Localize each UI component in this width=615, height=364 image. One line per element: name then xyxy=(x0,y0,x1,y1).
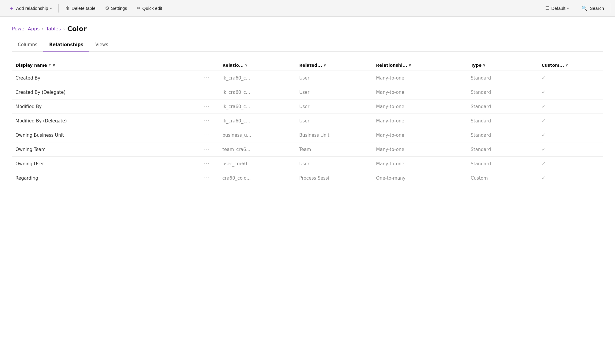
td-related: Team xyxy=(296,142,373,157)
td-relatio: lk_cra60_c... xyxy=(219,85,296,99)
td-relationshi: One-to-many xyxy=(373,171,467,185)
th-relationshi-label: Relationshi... xyxy=(376,63,407,68)
td-dots[interactable]: ··· xyxy=(201,128,219,142)
sort-up-icon: ↑ xyxy=(48,63,51,67)
td-display-name: Created By xyxy=(12,71,201,85)
table-row[interactable]: Owning Business Unit ··· business_u... B… xyxy=(12,128,603,142)
add-relationship-button[interactable]: ＋ Add relationship ▾ xyxy=(5,2,56,14)
td-dots[interactable]: ··· xyxy=(201,171,219,185)
td-type: Custom xyxy=(467,171,538,185)
delete-table-label: Delete table xyxy=(72,6,96,11)
td-relatio: lk_cra60_c... xyxy=(219,99,296,114)
quick-edit-label: Quick edit xyxy=(142,6,162,11)
td-type: Standard xyxy=(467,71,538,85)
th-relatio-sort: ∨ xyxy=(245,63,248,67)
menu-icon: ☰ xyxy=(545,5,549,11)
table-row[interactable]: Created By ··· lk_cra60_c... User Many-t… xyxy=(12,71,603,85)
th-relationshi-sort: ∨ xyxy=(408,63,411,67)
th-custom[interactable]: Custom... ∨ xyxy=(538,60,603,71)
breadcrumb-area: Power Apps › Tables › Color xyxy=(0,17,615,32)
tab-columns[interactable]: Columns xyxy=(12,38,43,52)
td-related: User xyxy=(296,71,373,85)
td-dots[interactable]: ··· xyxy=(201,85,219,99)
td-type: Standard xyxy=(467,128,538,142)
breadcrumb-power-apps[interactable]: Power Apps xyxy=(12,26,40,32)
tabs: Columns Relationships Views xyxy=(12,38,603,52)
td-dots[interactable]: ··· xyxy=(201,142,219,157)
td-custom: ✓ xyxy=(538,71,603,85)
table-row[interactable]: Owning Team ··· team_cra6... Team Many-t… xyxy=(12,142,603,157)
td-custom: ✓ xyxy=(538,157,603,171)
table-row[interactable]: Modified By (Delegate) ··· lk_cra60_c...… xyxy=(12,114,603,128)
table-area: Display name ↑ ∨ Relatio... ∨ Related... xyxy=(0,52,615,194)
td-related: Business Unit xyxy=(296,128,373,142)
td-relationshi: Many-to-one xyxy=(373,157,467,171)
td-related: User xyxy=(296,99,373,114)
td-display-name: Owning Business Unit xyxy=(12,128,201,142)
th-type[interactable]: Type ∨ xyxy=(467,60,538,71)
td-type: Standard xyxy=(467,142,538,157)
search-button[interactable]: 🔍 Search xyxy=(575,3,610,13)
breadcrumb: Power Apps › Tables › Color xyxy=(12,25,603,32)
toolbar-right: ☰ Default ▾ 🔍 Search xyxy=(541,3,610,13)
td-display-name: Modified By (Delegate) xyxy=(12,114,201,128)
td-custom: ✓ xyxy=(538,142,603,157)
td-display-name: Regarding xyxy=(12,171,201,185)
table-row[interactable]: Regarding ··· cra60_colo... Process Sess… xyxy=(12,171,603,185)
td-relatio: lk_cra60_c... xyxy=(219,71,296,85)
th-dots xyxy=(201,60,219,71)
td-custom: ✓ xyxy=(538,171,603,185)
settings-label: Settings xyxy=(111,6,127,11)
td-dots[interactable]: ··· xyxy=(201,71,219,85)
td-related: Process Sessi xyxy=(296,171,373,185)
search-label: Search xyxy=(590,6,604,11)
th-display-name[interactable]: Display name ↑ ∨ xyxy=(12,60,201,71)
td-relationshi: Many-to-one xyxy=(373,71,467,85)
td-relationshi: Many-to-one xyxy=(373,99,467,114)
td-dots[interactable]: ··· xyxy=(201,157,219,171)
breadcrumb-sep-2: › xyxy=(63,27,65,31)
gear-icon: ⚙ xyxy=(105,5,109,11)
pencil-icon: ✏ xyxy=(137,5,141,11)
table-row[interactable]: Modified By ··· lk_cra60_c... User Many-… xyxy=(12,99,603,114)
breadcrumb-sep-1: › xyxy=(42,27,44,31)
td-relationshi: Many-to-one xyxy=(373,128,467,142)
sort-down-icon: ∨ xyxy=(52,63,55,67)
td-dots[interactable]: ··· xyxy=(201,99,219,114)
delete-table-button[interactable]: 🗑 Delete table xyxy=(61,3,100,13)
settings-button[interactable]: ⚙ Settings xyxy=(101,3,131,13)
td-type: Standard xyxy=(467,114,538,128)
table-body: Created By ··· lk_cra60_c... User Many-t… xyxy=(12,71,603,185)
th-display-name-label: Display name xyxy=(15,63,47,68)
table-row[interactable]: Created By (Delegate) ··· lk_cra60_c... … xyxy=(12,85,603,99)
td-display-name: Owning User xyxy=(12,157,201,171)
td-related: User xyxy=(296,114,373,128)
breadcrumb-tables[interactable]: Tables xyxy=(46,26,61,32)
th-relatio[interactable]: Relatio... ∨ xyxy=(219,60,296,71)
td-related: User xyxy=(296,85,373,99)
add-relationship-label: Add relationship xyxy=(16,6,48,11)
td-relatio: lk_cra60_c... xyxy=(219,114,296,128)
tab-views[interactable]: Views xyxy=(89,38,114,52)
td-dots[interactable]: ··· xyxy=(201,114,219,128)
search-icon: 🔍 xyxy=(581,5,587,11)
td-type: Standard xyxy=(467,85,538,99)
toolbar: ＋ Add relationship ▾ 🗑 Delete table ⚙ Se… xyxy=(0,0,615,17)
td-type: Standard xyxy=(467,99,538,114)
tab-relationships[interactable]: Relationships xyxy=(43,38,89,52)
td-relationshi: Many-to-one xyxy=(373,142,467,157)
td-display-name: Created By (Delegate) xyxy=(12,85,201,99)
th-type-label: Type xyxy=(471,63,482,68)
default-button[interactable]: ☰ Default ▾ xyxy=(541,3,573,13)
table-row[interactable]: Owning User ··· user_cra60... User Many-… xyxy=(12,157,603,171)
quick-edit-button[interactable]: ✏ Quick edit xyxy=(133,3,166,13)
th-related-sort: ∨ xyxy=(323,63,326,67)
th-related[interactable]: Related... ∨ xyxy=(296,60,373,71)
td-relatio: user_cra60... xyxy=(219,157,296,171)
th-custom-sort: ∨ xyxy=(565,63,568,67)
td-relatio: business_u... xyxy=(219,128,296,142)
td-display-name: Owning Team xyxy=(12,142,201,157)
th-relationshi[interactable]: Relationshi... ∨ xyxy=(373,60,467,71)
plus-icon: ＋ xyxy=(9,5,14,12)
relationships-table: Display name ↑ ∨ Relatio... ∨ Related... xyxy=(12,60,603,185)
